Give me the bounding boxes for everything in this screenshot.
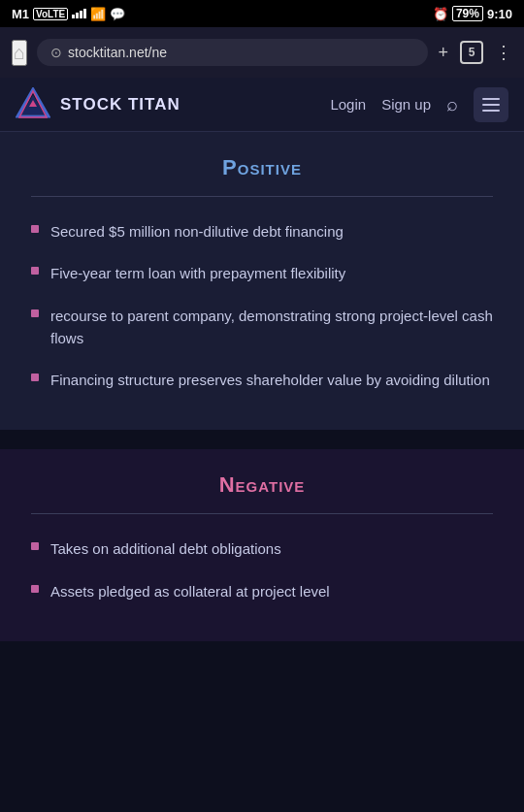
bullet-icon xyxy=(31,267,39,275)
new-tab-button[interactable]: + xyxy=(438,43,448,63)
battery-icon: 79% xyxy=(452,6,483,21)
positive-item-3: recourse to parent company, demonstratin… xyxy=(50,305,493,350)
status-left: M1 VoLTE 📶 💬 xyxy=(12,7,125,21)
negative-divider xyxy=(31,513,493,514)
negative-item-2: Assets pledged as collateral at project … xyxy=(50,580,330,602)
negative-title: Negative xyxy=(31,472,493,498)
url-text: stocktitan.net/ne xyxy=(68,45,167,60)
negative-section: Negative Takes on additional debt obliga… xyxy=(0,449,524,641)
browser-actions: + 5 ⋮ xyxy=(438,41,512,64)
list-item: Takes on additional debt obligations xyxy=(31,537,493,560)
list-item: Five-year term loan with prepayment flex… xyxy=(31,262,493,284)
list-item: Financing structure preserves shareholde… xyxy=(31,369,493,391)
bullet-icon xyxy=(31,374,39,381)
menu-button[interactable] xyxy=(474,87,508,122)
list-item: Assets pledged as collateral at project … xyxy=(31,580,493,602)
carrier-label: M1 xyxy=(12,7,29,21)
positive-item-1: Secured $5 million non-dilutive debt fin… xyxy=(50,220,344,243)
logo-icon xyxy=(16,87,50,122)
signup-button[interactable]: Sign up xyxy=(381,96,431,113)
alarm-icon: ⏰ xyxy=(433,7,448,21)
volte-badge: VoLTE xyxy=(33,8,68,20)
status-bar: M1 VoLTE 📶 💬 ⏰ 79% 9:10 xyxy=(0,0,524,27)
home-button[interactable]: ⌂ xyxy=(12,40,27,66)
nav-logo: STOCK TITAN xyxy=(16,87,330,122)
main-content: Positive Secured $5 million non-dilutive… xyxy=(0,132,524,641)
browser-bar: ⌂ ⊙ stocktitan.net/ne + 5 ⋮ xyxy=(0,27,524,78)
more-options-button[interactable]: ⋮ xyxy=(495,42,512,63)
positive-item-2: Five-year term loan with prepayment flex… xyxy=(50,262,345,284)
nav-bar: STOCK TITAN Login Sign up ⌕ xyxy=(0,78,524,132)
positive-divider xyxy=(31,196,493,197)
section-gap xyxy=(0,430,524,449)
bullet-icon xyxy=(31,542,39,550)
status-right: ⏰ 79% 9:10 xyxy=(433,6,512,21)
positive-section: Positive Secured $5 million non-dilutive… xyxy=(0,132,524,430)
search-button[interactable]: ⌕ xyxy=(446,93,458,115)
hamburger-icon xyxy=(482,98,500,112)
message-icon: 💬 xyxy=(110,7,125,21)
negative-item-1: Takes on additional debt obligations xyxy=(50,537,281,560)
wifi-icon: 📶 xyxy=(90,7,106,21)
bullet-icon xyxy=(31,309,39,317)
url-security-icon: ⊙ xyxy=(50,45,62,60)
positive-bullet-list: Secured $5 million non-dilutive debt fin… xyxy=(31,220,493,391)
list-item: recourse to parent company, demonstratin… xyxy=(31,305,493,350)
signal-bars xyxy=(72,9,86,18)
logo-text: STOCK TITAN xyxy=(60,95,180,114)
nav-links: Login Sign up ⌕ xyxy=(330,87,508,122)
tab-count-badge[interactable]: 5 xyxy=(460,41,483,64)
positive-title: Positive xyxy=(31,155,493,180)
positive-item-4: Financing structure preserves shareholde… xyxy=(50,369,490,391)
bullet-icon xyxy=(31,225,39,233)
time-display: 9:10 xyxy=(487,7,512,21)
url-bar[interactable]: ⊙ stocktitan.net/ne xyxy=(37,39,428,66)
list-item: Secured $5 million non-dilutive debt fin… xyxy=(31,220,493,243)
negative-bullet-list: Takes on additional debt obligations Ass… xyxy=(31,537,493,602)
login-button[interactable]: Login xyxy=(330,96,366,113)
bullet-icon xyxy=(31,585,39,593)
